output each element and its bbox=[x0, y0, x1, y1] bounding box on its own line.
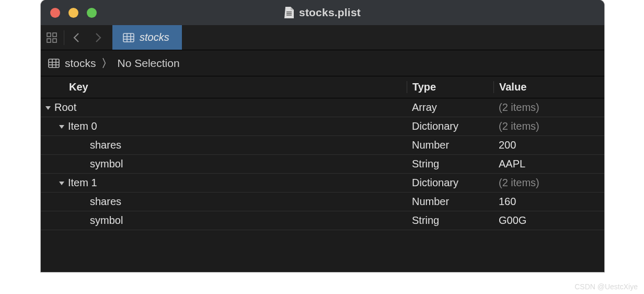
window-controls bbox=[50, 8, 97, 18]
row-value: 160 bbox=[493, 196, 604, 208]
table-row[interactable]: sharesNumber160 bbox=[41, 193, 604, 211]
row-value: (2 items) bbox=[493, 120, 604, 132]
svg-rect-3 bbox=[47, 33, 51, 37]
plist-file-icon bbox=[284, 7, 294, 18]
svg-rect-1 bbox=[286, 13, 292, 14]
tab-stocks[interactable]: stocks bbox=[112, 25, 182, 50]
svg-rect-2 bbox=[286, 15, 292, 16]
table-row[interactable]: RootArray(2 items) bbox=[41, 98, 604, 117]
breadcrumb-item-2: No Selection bbox=[118, 57, 180, 70]
row-value: (2 items) bbox=[493, 177, 604, 189]
row-key: Item 0 bbox=[68, 120, 97, 132]
overview-grid-icon bbox=[47, 32, 57, 43]
back-button[interactable] bbox=[65, 25, 87, 50]
breadcrumb-separator-icon: 〉 bbox=[101, 56, 112, 71]
table-header: Key Type Value bbox=[41, 76, 604, 98]
disclosure-triangle-icon[interactable] bbox=[58, 179, 66, 187]
row-value: (2 items) bbox=[493, 101, 604, 114]
column-header-value[interactable]: Value bbox=[493, 81, 604, 93]
svg-rect-4 bbox=[53, 33, 56, 37]
svg-marker-17 bbox=[45, 106, 51, 110]
window-title-area: stocks.plist bbox=[284, 6, 361, 19]
svg-rect-6 bbox=[53, 39, 56, 42]
titlebar: stocks.plist bbox=[41, 0, 604, 25]
table-icon bbox=[48, 59, 60, 68]
row-key: Root bbox=[54, 101, 76, 114]
column-header-key[interactable]: Key bbox=[41, 81, 407, 93]
row-type: Dictionary bbox=[407, 120, 493, 132]
row-value: AAPL bbox=[493, 158, 604, 170]
chevron-left-icon bbox=[73, 32, 80, 43]
table-row[interactable]: Item 1Dictionary(2 items) bbox=[41, 174, 604, 193]
toolbar-left bbox=[41, 25, 109, 50]
svg-rect-5 bbox=[47, 39, 51, 42]
minimize-button[interactable] bbox=[68, 8, 78, 18]
table-row[interactable]: symbolStringG00G bbox=[41, 211, 604, 230]
row-value: G00G bbox=[493, 214, 604, 227]
column-header-type[interactable]: Type bbox=[407, 81, 493, 93]
svg-marker-19 bbox=[59, 182, 64, 185]
row-key: Item 1 bbox=[68, 177, 97, 189]
svg-marker-18 bbox=[59, 125, 64, 129]
editor-window: stocks.plist bbox=[41, 0, 604, 272]
table-row[interactable]: Item 0Dictionary(2 items) bbox=[41, 117, 604, 136]
disclosure-triangle-icon[interactable] bbox=[44, 104, 52, 111]
table-row[interactable]: symbolStringAAPL bbox=[41, 155, 604, 174]
row-value: 200 bbox=[493, 139, 604, 151]
table-icon bbox=[123, 33, 134, 42]
table-body: RootArray(2 items)Item 0Dictionary(2 ite… bbox=[41, 98, 604, 230]
chevron-right-icon bbox=[95, 32, 102, 43]
tab-label: stocks bbox=[140, 31, 169, 43]
row-key: symbol bbox=[90, 158, 123, 170]
row-type: Number bbox=[407, 196, 493, 208]
breadcrumb-item-1[interactable]: stocks bbox=[65, 57, 96, 70]
forward-button[interactable] bbox=[87, 25, 109, 50]
row-type: String bbox=[407, 158, 493, 170]
separator bbox=[64, 30, 64, 45]
svg-rect-7 bbox=[123, 33, 134, 42]
row-key: shares bbox=[90, 196, 121, 208]
toolbar: stocks bbox=[41, 25, 604, 50]
row-key: shares bbox=[90, 139, 121, 151]
window-title: stocks.plist bbox=[299, 6, 361, 19]
table-row[interactable]: sharesNumber200 bbox=[41, 136, 604, 155]
row-type: Dictionary bbox=[407, 177, 493, 189]
row-type: String bbox=[407, 214, 493, 227]
breadcrumb: stocks 〉 No Selection bbox=[41, 50, 604, 76]
row-key: symbol bbox=[90, 214, 123, 227]
watermark: CSDN @UestcXiye bbox=[574, 282, 638, 291]
svg-rect-0 bbox=[286, 12, 292, 13]
row-type: Array bbox=[407, 101, 493, 114]
svg-rect-12 bbox=[49, 59, 59, 67]
disclosure-triangle-icon[interactable] bbox=[58, 123, 66, 130]
overview-button[interactable] bbox=[41, 25, 63, 50]
close-button[interactable] bbox=[50, 8, 60, 18]
row-type: Number bbox=[407, 139, 493, 151]
maximize-button[interactable] bbox=[87, 8, 97, 18]
